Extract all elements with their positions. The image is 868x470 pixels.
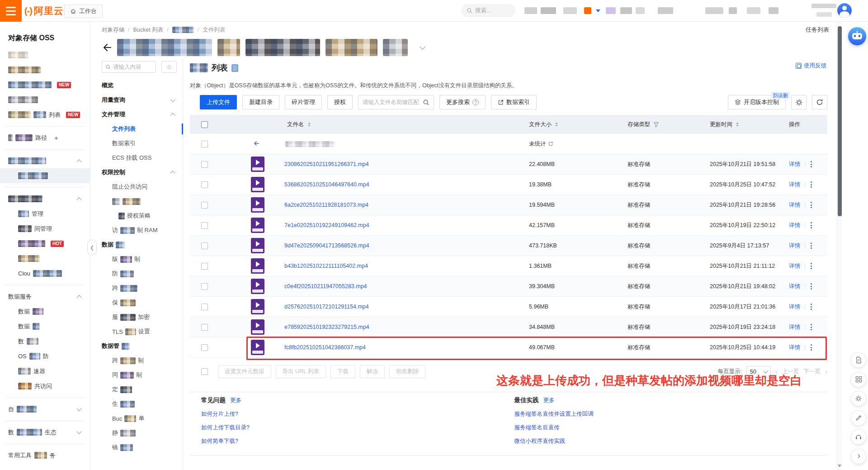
add-icon[interactable]: + [54,134,58,142]
nav-item[interactable]: 保 [90,295,183,310]
refresh-button[interactable] [812,95,827,109]
rail-edit-icon[interactable] [851,410,866,426]
nav-item[interactable]: TLS设置 [90,324,183,339]
sidebar-item[interactable]: 间管理 [0,221,90,236]
detail-link[interactable]: 详情 [789,303,800,311]
kebab-menu-icon[interactable] [810,160,813,168]
row-checkbox[interactable] [201,304,208,310]
nav-section[interactable]: 数据 [90,237,183,252]
row-checkbox[interactable] [201,181,208,188]
breadcrumb-item[interactable]: Bucket 列表 [133,26,163,34]
delete-permanently-button[interactable]: 彻底删除 [389,365,425,378]
sidebar-item[interactable]: 数据服务 [0,289,90,304]
row-checkbox[interactable] [201,344,208,351]
sidebar-item[interactable]: Clou [0,266,90,281]
breadcrumb-item[interactable]: 对象存储 [102,26,124,34]
chevron-up-icon[interactable] [170,113,175,118]
chevron-down-icon[interactable] [76,429,81,434]
file-name-link[interactable]: 7e1e0202510192249109462.mp4 [284,222,369,228]
row-checkbox[interactable] [201,161,208,168]
sidebar-item[interactable] [0,251,90,266]
sidebar-item[interactable] [0,92,90,107]
nav-item[interactable]: 数据索引 [90,136,183,151]
best-practice-link[interactable]: 服务端签名后直传 [514,424,560,432]
detail-link[interactable]: 详情 [789,344,800,351]
upload-file-button[interactable]: 上传文件 [200,95,237,109]
chevron-down-icon[interactable] [170,97,175,102]
more-search-button[interactable]: 更多搜索 ? [439,95,486,109]
nav-item[interactable]: 跨 [90,281,183,295]
column-header-filename[interactable]: 文件名 [208,121,520,128]
sidebar-item[interactable]: 路径+ [0,130,90,145]
chevron-up-icon[interactable] [170,171,175,176]
search-icon[interactable] [423,99,429,106]
nav-item[interactable]: 授权策略 [90,209,183,223]
nav-section[interactable]: 权限控制 [90,165,183,180]
faq-link[interactable]: 如何上传下载目录? [201,424,250,432]
nav-item[interactable]: 同制 [90,368,183,382]
nav-item[interactable]: 生 [90,397,183,411]
settings-button[interactable] [791,95,807,109]
sidebar-item[interactable]: 数 [0,334,90,349]
nav-item[interactable]: 跨制 [90,353,183,368]
best-practice-more-link[interactable]: 更多 [543,397,555,404]
hamburger-menu-icon[interactable] [0,0,22,22]
sidebar-item[interactable]: 常用工具务 [0,448,90,463]
kebab-menu-icon[interactable] [810,201,813,209]
detail-link[interactable]: 详情 [789,323,800,331]
chevron-up-icon[interactable] [76,197,81,202]
sidebar-item[interactable]: 数生态 [0,425,90,440]
vertical-scrollbar[interactable] [837,22,842,470]
file-name-link[interactable]: fc8fb202510251042386037.mp4 [284,344,366,351]
file-name-link[interactable]: 23086202510211951266371.mp4 [284,161,369,167]
sidebar-item[interactable] [0,153,90,168]
file-name-link[interactable]: b43b1202510212111105402.mp4 [284,263,368,269]
rail-expand-icon[interactable] [851,449,866,464]
favorite-star-button[interactable]: ☆ [161,61,177,73]
chevron-up-icon[interactable] [76,159,81,164]
nav-section[interactable]: 文件管理 [90,107,183,122]
file-name-link[interactable]: d2576202510172101291154.mp4 [284,304,369,310]
sidebar-item[interactable] [0,47,90,62]
chevron-down-icon[interactable] [76,406,81,411]
recalculate-icon[interactable] [548,141,553,147]
sidebar-item[interactable] [0,191,90,206]
kebab-menu-icon[interactable] [810,242,813,250]
sidebar-item[interactable]: 数据 [0,319,90,334]
nav-item-file-list-selected[interactable]: 文件列表 [90,122,183,136]
restore-button[interactable]: 解冻 [360,365,385,378]
detail-link[interactable]: 详情 [789,283,800,290]
nav-item[interactable]: 访制 RAM [90,223,183,237]
filter-icon[interactable] [654,122,659,127]
detail-link[interactable]: 详情 [789,262,800,270]
nav-item[interactable]: 镜 [90,440,183,455]
workbench-tab[interactable]: 工作台 [64,5,103,18]
detail-link[interactable]: 详情 [789,161,800,168]
select-all-checkbox[interactable] [201,121,208,128]
kebab-menu-icon[interactable] [810,221,813,229]
kebab-menu-icon[interactable] [810,180,813,189]
nav-item[interactable]: 服加密 [90,310,183,324]
nav-item[interactable]: ECS 挂载 OSS [90,151,183,165]
set-metadata-button[interactable]: 设置文件元数据 [218,365,271,378]
row-checkbox[interactable] [201,263,208,270]
scrollbar-thumb[interactable] [838,26,842,216]
sidebar-item[interactable]: OS防 [0,349,90,364]
authorize-button[interactable]: 授权 [327,95,353,109]
sort-icon[interactable] [308,122,311,127]
select-all-checkbox[interactable] [201,368,208,375]
detail-link[interactable]: 详情 [789,222,800,229]
sort-icon[interactable] [555,122,558,127]
nav-search-input[interactable]: 请输入内容 [102,61,156,73]
kebab-menu-icon[interactable] [810,282,813,290]
scroll-down-arrow[interactable] [838,465,841,467]
sidebar-item[interactable]: NEW [0,77,90,92]
best-practice-link[interactable]: 服务端签名直传并设置上传回调 [514,410,594,418]
column-header-time[interactable]: 更新时间 [705,121,787,128]
row-checkbox[interactable] [201,283,208,290]
enable-versioning-button[interactable]: 开启版本控制 防误删 [728,95,786,109]
nav-item[interactable]: 用量查询 [90,93,183,107]
row-checkbox[interactable] [201,141,208,147]
sidebar-item[interactable] [0,62,90,77]
task-list-link[interactable]: 任务列表 [806,26,829,34]
